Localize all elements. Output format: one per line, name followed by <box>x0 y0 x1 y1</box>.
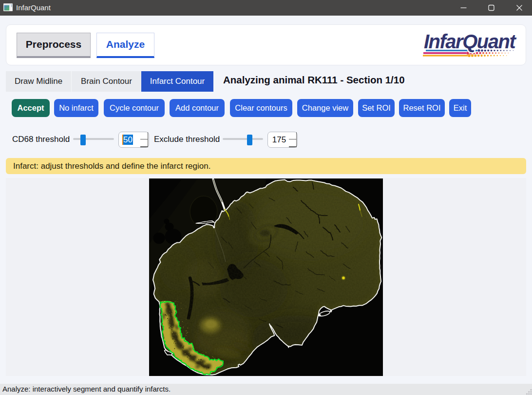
svg-text:InfarQuant: InfarQuant <box>424 31 516 53</box>
